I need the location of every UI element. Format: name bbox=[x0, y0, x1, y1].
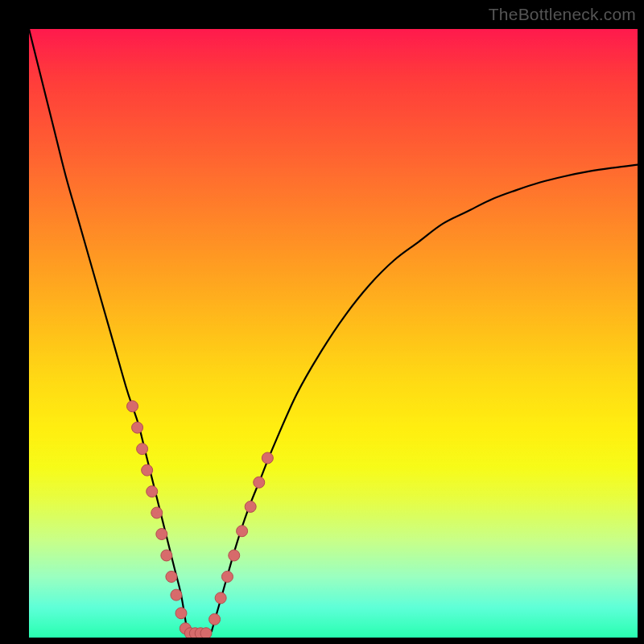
markers-group bbox=[127, 401, 274, 638]
marker-dot bbox=[229, 550, 240, 561]
marker-dot bbox=[209, 613, 221, 625]
marker-dot bbox=[237, 526, 248, 537]
plot-svg bbox=[29, 29, 638, 638]
marker-dot bbox=[215, 592, 226, 604]
marker-dot bbox=[151, 507, 163, 518]
curves-group bbox=[29, 29, 638, 631]
chart-frame: TheBottleneck.com bbox=[0, 0, 644, 644]
marker-dot bbox=[221, 571, 233, 582]
curve-left-curve bbox=[29, 29, 188, 631]
marker-dot bbox=[171, 589, 182, 601]
marker-dot bbox=[175, 608, 187, 619]
marker-dot bbox=[200, 628, 212, 638]
plot-area bbox=[29, 29, 638, 638]
marker-dot bbox=[262, 452, 273, 464]
marker-dot bbox=[142, 464, 153, 476]
marker-dot bbox=[161, 550, 172, 561]
marker-dot bbox=[156, 528, 167, 539]
watermark-label: TheBottleneck.com bbox=[489, 5, 636, 24]
marker-dot bbox=[254, 477, 265, 488]
marker-dot bbox=[166, 571, 177, 582]
marker-dot bbox=[245, 501, 256, 512]
curve-right-curve bbox=[212, 165, 638, 632]
marker-dot bbox=[147, 486, 158, 497]
marker-dot bbox=[137, 444, 148, 455]
marker-dot bbox=[127, 401, 138, 412]
marker-dot bbox=[132, 422, 143, 433]
